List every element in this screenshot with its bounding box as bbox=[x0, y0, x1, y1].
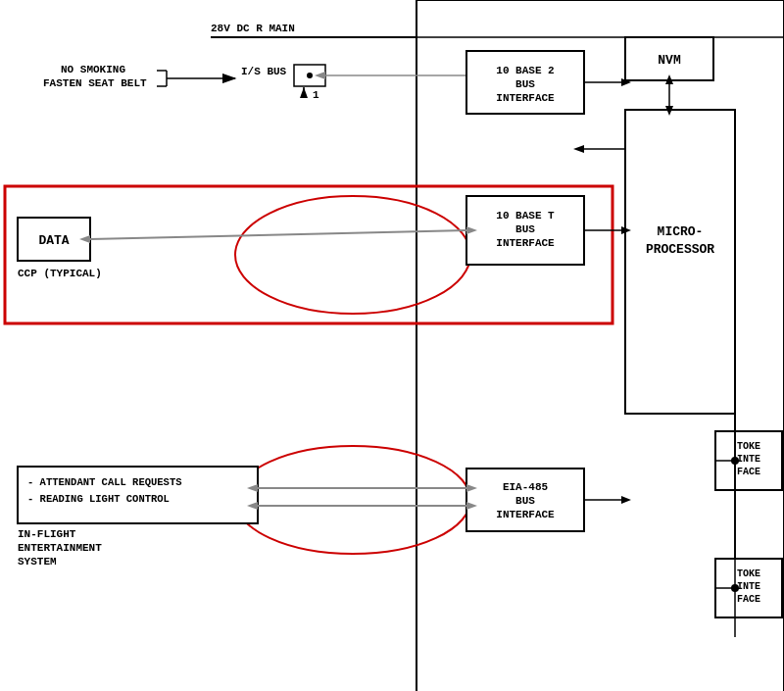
svg-marker-85 bbox=[573, 145, 584, 153]
diagram-svg: 28V DC R MAIN NO SMOKING FASTEN SEAT BEL… bbox=[0, 0, 784, 691]
svg-marker-29 bbox=[665, 106, 673, 116]
svg-text:FACE: FACE bbox=[737, 467, 760, 477]
svg-text:1: 1 bbox=[313, 89, 319, 101]
svg-text:- ATTENDANT CALL REQUESTS: - ATTENDANT CALL REQUESTS bbox=[27, 476, 182, 488]
svg-text:10 BASE 2: 10 BASE 2 bbox=[496, 65, 554, 76]
svg-text:FACE: FACE bbox=[737, 594, 760, 605]
svg-marker-43 bbox=[466, 226, 477, 234]
svg-rect-35 bbox=[18, 218, 90, 261]
svg-text:IN-FLIGHT: IN-FLIGHT bbox=[18, 528, 76, 540]
svg-marker-16 bbox=[300, 87, 308, 98]
svg-text:ENTERTAINMENT: ENTERTAINMENT bbox=[18, 542, 102, 554]
svg-text:BUS: BUS bbox=[515, 78, 535, 90]
svg-text:I/S BUS: I/S BUS bbox=[241, 66, 287, 77]
svg-point-12 bbox=[307, 73, 313, 78]
svg-marker-46 bbox=[621, 226, 631, 234]
svg-text:BUS: BUS bbox=[515, 223, 535, 235]
svg-marker-44 bbox=[79, 235, 90, 243]
svg-rect-33 bbox=[5, 186, 612, 323]
svg-rect-25 bbox=[625, 110, 735, 414]
svg-text:- READING LIGHT CONTROL: - READING LIGHT CONTROL bbox=[27, 493, 170, 505]
svg-text:INTERFACE: INTERFACE bbox=[496, 92, 555, 104]
svg-point-70 bbox=[731, 457, 739, 465]
svg-marker-63 bbox=[247, 502, 258, 510]
svg-marker-14 bbox=[466, 72, 477, 79]
svg-rect-19 bbox=[625, 37, 713, 80]
svg-line-42 bbox=[90, 230, 466, 239]
svg-marker-59 bbox=[466, 484, 477, 492]
svg-rect-11 bbox=[294, 65, 325, 86]
svg-point-34 bbox=[235, 196, 470, 314]
svg-marker-15 bbox=[315, 72, 325, 79]
svg-text:NVM: NVM bbox=[658, 53, 681, 68]
svg-text:NO SMOKING: NO SMOKING bbox=[61, 64, 125, 75]
svg-text:BUS: BUS bbox=[515, 495, 535, 507]
svg-rect-38 bbox=[466, 196, 584, 265]
svg-rect-66 bbox=[715, 431, 782, 490]
svg-text:FASTEN SEAT BELT: FASTEN SEAT BELT bbox=[43, 77, 147, 89]
svg-marker-62 bbox=[466, 502, 477, 510]
svg-rect-73 bbox=[715, 559, 782, 617]
svg-text:10 BASE T: 10 BASE T bbox=[496, 210, 555, 222]
svg-rect-54 bbox=[466, 469, 584, 531]
svg-marker-65 bbox=[621, 496, 631, 504]
svg-text:TOKE: TOKE bbox=[737, 568, 760, 579]
svg-text:INTE: INTE bbox=[737, 581, 760, 592]
svg-text:TOKE: TOKE bbox=[737, 441, 760, 452]
svg-rect-21 bbox=[466, 51, 584, 114]
svg-text:DATA: DATA bbox=[38, 233, 69, 248]
power-label: 28V DC R MAIN bbox=[211, 23, 295, 34]
svg-text:PROCESSOR: PROCESSOR bbox=[646, 242, 714, 257]
svg-marker-30 bbox=[665, 74, 673, 84]
svg-rect-48 bbox=[18, 467, 258, 523]
svg-text:INTERFACE: INTERFACE bbox=[496, 237, 555, 249]
svg-text:INTE: INTE bbox=[737, 454, 760, 465]
svg-point-47 bbox=[235, 446, 470, 554]
svg-text:INTERFACE: INTERFACE bbox=[496, 509, 555, 520]
svg-text:MICRO-: MICRO- bbox=[658, 224, 704, 239]
svg-marker-32 bbox=[621, 78, 631, 86]
svg-text:EIA-485: EIA-485 bbox=[503, 481, 549, 493]
svg-marker-60 bbox=[247, 484, 258, 492]
svg-text:SYSTEM: SYSTEM bbox=[18, 556, 57, 568]
svg-point-77 bbox=[731, 584, 739, 592]
svg-text:CCP (TYPICAL): CCP (TYPICAL) bbox=[18, 268, 102, 279]
diagram: 28V DC R MAIN NO SMOKING FASTEN SEAT BEL… bbox=[0, 0, 784, 691]
